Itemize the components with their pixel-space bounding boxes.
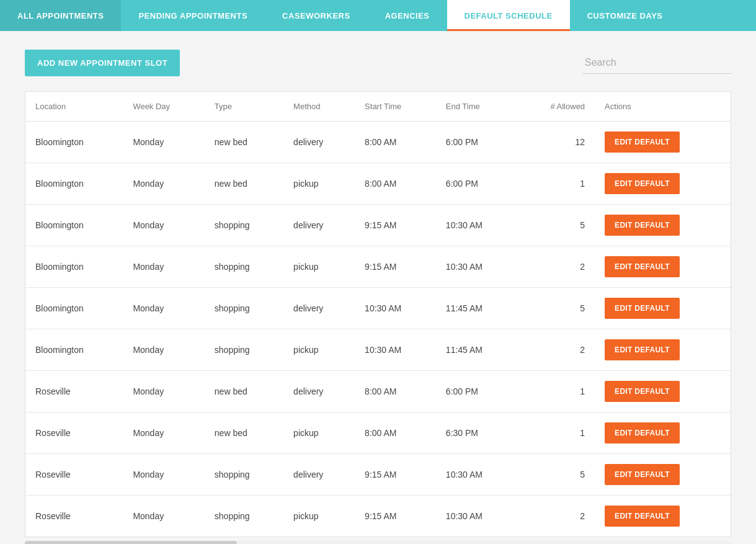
nav-item-default-schedule[interactable]: DEFAULT SCHEDULE: [447, 0, 570, 31]
cell-location: Roseville: [25, 454, 123, 496]
nav-item-agencies[interactable]: AGENCIES: [368, 0, 447, 31]
cell-start-time: 8:00 AM: [355, 371, 436, 412]
cell-type: shopping: [205, 288, 283, 329]
cell-end-time: 10:30 AM: [436, 205, 517, 246]
cell-type: new bed: [205, 122, 283, 163]
table-row: Bloomington Monday shopping delivery 10:…: [25, 288, 731, 329]
cell-type: new bed: [205, 371, 283, 412]
nav-item-customize-days[interactable]: CUSTOMIZE DAYS: [570, 0, 680, 31]
edit-default-button[interactable]: EDIT DEFAULT: [605, 339, 680, 360]
cell-start-time: 9:15 AM: [355, 246, 436, 288]
cell-start-time: 10:30 AM: [355, 329, 436, 371]
nav-item-all-appointments[interactable]: ALL APPOINTMENTS: [0, 0, 121, 31]
cell-start-time: 9:15 AM: [355, 454, 436, 496]
cell-location: Bloomington: [25, 163, 123, 205]
edit-default-button[interactable]: EDIT DEFAULT: [605, 298, 680, 319]
cell-start-time: 8:00 AM: [355, 163, 436, 205]
search-input[interactable]: [582, 52, 731, 74]
cell-location: Roseville: [25, 412, 123, 454]
cell-method: delivery: [283, 122, 355, 163]
cell-method: pickup: [283, 329, 355, 371]
cell-week-day: Monday: [123, 163, 204, 205]
cell-actions: EDIT DEFAULT: [595, 412, 731, 454]
cell-end-time: 10:30 AM: [436, 246, 517, 288]
cell-end-time: 6:00 PM: [436, 371, 517, 412]
cell-type: shopping: [205, 329, 283, 371]
cell-end-time: 6:00 PM: [436, 122, 517, 163]
cell-allowed: 5: [517, 288, 595, 329]
edit-default-button[interactable]: EDIT DEFAULT: [605, 215, 680, 236]
cell-location: Roseville: [25, 371, 123, 412]
cell-location: Bloomington: [25, 122, 123, 163]
table-row: Roseville Monday new bed pickup 8:00 AM …: [25, 412, 731, 454]
cell-allowed: 2: [517, 496, 595, 537]
cell-end-time: 6:30 PM: [436, 412, 517, 454]
cell-actions: EDIT DEFAULT: [595, 163, 731, 205]
cell-start-time: 9:15 AM: [355, 496, 436, 537]
cell-method: delivery: [283, 288, 355, 329]
cell-actions: EDIT DEFAULT: [595, 288, 731, 329]
cell-method: pickup: [283, 246, 355, 288]
cell-end-time: 11:45 AM: [436, 329, 517, 371]
schedule-table: Location Week Day Type Method Start Time…: [25, 92, 731, 537]
cell-start-time: 10:30 AM: [355, 288, 436, 329]
nav-item-caseworkers[interactable]: CASEWORKERS: [265, 0, 368, 31]
cell-location: Bloomington: [25, 205, 123, 246]
edit-default-button[interactable]: EDIT DEFAULT: [605, 506, 680, 527]
edit-default-button[interactable]: EDIT DEFAULT: [605, 132, 680, 153]
cell-location: Bloomington: [25, 288, 123, 329]
edit-default-button[interactable]: EDIT DEFAULT: [605, 256, 680, 277]
cell-actions: EDIT DEFAULT: [595, 205, 731, 246]
cell-method: pickup: [283, 163, 355, 205]
scrollbar-thumb: [25, 541, 237, 544]
cell-week-day: Monday: [123, 205, 204, 246]
cell-actions: EDIT DEFAULT: [595, 329, 731, 371]
table-row: Roseville Monday shopping delivery 9:15 …: [25, 454, 731, 496]
nav-item-pending-appointments[interactable]: PENDING APPOINTMENTS: [121, 0, 265, 31]
toolbar: ADD NEW APPOINTMENT SLOT: [25, 50, 731, 76]
cell-actions: EDIT DEFAULT: [595, 122, 731, 163]
table-row: Bloomington Monday shopping pickup 10:30…: [25, 329, 731, 371]
col-header-actions: Actions: [595, 92, 731, 122]
cell-actions: EDIT DEFAULT: [595, 496, 731, 537]
edit-default-button[interactable]: EDIT DEFAULT: [605, 381, 680, 402]
edit-default-button[interactable]: EDIT DEFAULT: [605, 422, 680, 444]
cell-method: delivery: [283, 371, 355, 412]
cell-week-day: Monday: [123, 412, 204, 454]
cell-actions: EDIT DEFAULT: [595, 454, 731, 496]
cell-type: shopping: [205, 454, 283, 496]
cell-end-time: 11:45 AM: [436, 288, 517, 329]
col-header-start-time: Start Time: [355, 92, 436, 122]
edit-default-button[interactable]: EDIT DEFAULT: [605, 173, 680, 194]
col-header-allowed: # Allowed: [517, 92, 595, 122]
table-row: Roseville Monday shopping pickup 9:15 AM…: [25, 496, 731, 537]
edit-default-button[interactable]: EDIT DEFAULT: [605, 464, 680, 485]
cell-type: new bed: [205, 412, 283, 454]
navigation-bar: ALL APPOINTMENTS PENDING APPOINTMENTS CA…: [0, 0, 756, 31]
cell-method: pickup: [283, 412, 355, 454]
col-header-method: Method: [283, 92, 355, 122]
table-header-row: Location Week Day Type Method Start Time…: [25, 92, 731, 122]
add-appointment-slot-button[interactable]: ADD NEW APPOINTMENT SLOT: [25, 50, 180, 76]
cell-allowed: 1: [517, 163, 595, 205]
main-content: ADD NEW APPOINTMENT SLOT Location Week D…: [0, 31, 756, 544]
table-scrollbar[interactable]: [25, 541, 731, 544]
cell-location: Bloomington: [25, 246, 123, 288]
col-header-week-day: Week Day: [123, 92, 204, 122]
cell-start-time: 9:15 AM: [355, 205, 436, 246]
cell-end-time: 6:00 PM: [436, 163, 517, 205]
cell-type: new bed: [205, 163, 283, 205]
cell-type: shopping: [205, 246, 283, 288]
cell-start-time: 8:00 AM: [355, 122, 436, 163]
cell-week-day: Monday: [123, 496, 204, 537]
cell-actions: EDIT DEFAULT: [595, 371, 731, 412]
cell-allowed: 5: [517, 205, 595, 246]
cell-week-day: Monday: [123, 329, 204, 371]
cell-location: Roseville: [25, 496, 123, 537]
cell-type: shopping: [205, 205, 283, 246]
cell-week-day: Monday: [123, 122, 204, 163]
cell-type: shopping: [205, 496, 283, 537]
cell-week-day: Monday: [123, 288, 204, 329]
cell-location: Bloomington: [25, 329, 123, 371]
cell-allowed: 1: [517, 371, 595, 412]
